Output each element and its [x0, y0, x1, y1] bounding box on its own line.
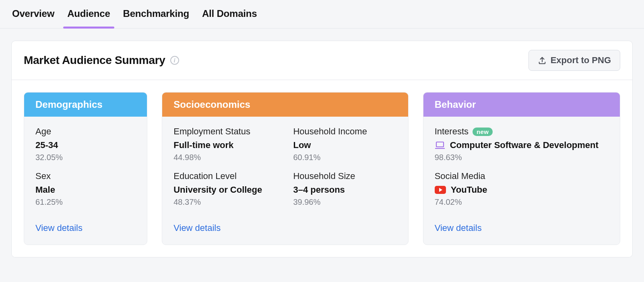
market-audience-summary-panel: Market Audience Summary i Export to PNG …: [11, 41, 633, 257]
stat-education-pct: 48.37%: [173, 198, 277, 207]
view-details-demographics[interactable]: View details: [35, 223, 83, 233]
stat-interests: Interests new Computer Software & Develo…: [435, 126, 609, 162]
socioeconomics-card: Socioeconomics Employment Status Full-ti…: [162, 92, 408, 245]
info-icon[interactable]: i: [170, 56, 179, 65]
stat-age-label: Age: [35, 126, 136, 137]
socioeconomics-header: Socioeconomics: [162, 93, 408, 117]
tab-all-domains[interactable]: All Domains: [201, 0, 258, 28]
stat-employment-value: Full-time work: [173, 140, 277, 150]
view-details-socioeconomics[interactable]: View details: [173, 223, 221, 233]
behavior-card: Behavior Interests new: [423, 92, 620, 245]
new-badge: new: [473, 128, 493, 136]
demographics-card: Demographics Age 25-34 32.05% Sex Male 6…: [24, 92, 147, 245]
stat-social-media-pct: 74.02%: [435, 198, 609, 207]
stat-education-label: Education Level: [173, 171, 277, 181]
stat-household-size-value: 3–4 persons: [293, 185, 396, 195]
stat-employment-label: Employment Status: [173, 126, 277, 137]
page-title: Market Audience Summary: [24, 54, 165, 67]
stat-sex-label: Sex: [35, 171, 136, 181]
stat-age-pct: 32.05%: [35, 153, 136, 162]
stat-income: Household Income Low 60.91%: [293, 126, 396, 162]
stat-household-size-label: Household Size: [293, 171, 396, 181]
stat-social-media: Social Media YouTube 74.02%: [435, 171, 609, 207]
tab-overview[interactable]: Overview: [11, 0, 55, 28]
stat-interests-value-text: Computer Software & Development: [450, 140, 599, 150]
laptop-icon: [435, 141, 445, 149]
stat-sex-pct: 61.25%: [35, 198, 136, 207]
view-details-behavior[interactable]: View details: [435, 223, 482, 233]
youtube-icon: [435, 186, 446, 194]
stat-employment: Employment Status Full-time work 44.98%: [173, 126, 277, 162]
tab-benchmarking[interactable]: Benchmarking: [122, 0, 190, 28]
export-to-png-button[interactable]: Export to PNG: [528, 50, 620, 71]
stat-age-value: 25-34: [35, 140, 136, 150]
svg-rect-1: [436, 142, 444, 147]
stat-income-value: Low: [293, 140, 396, 150]
stat-age: Age 25-34 32.05%: [35, 126, 136, 162]
stat-interests-value: Computer Software & Development: [435, 140, 609, 150]
stat-income-label: Household Income: [293, 126, 396, 137]
stat-income-pct: 60.91%: [293, 153, 396, 162]
upload-icon: [538, 56, 547, 65]
stat-employment-pct: 44.98%: [173, 153, 277, 162]
stat-social-media-value-text: YouTube: [451, 185, 487, 195]
stat-household-size: Household Size 3–4 persons 39.96%: [293, 171, 396, 207]
stat-social-media-label: Social Media: [435, 171, 609, 181]
behavior-header: Behavior: [423, 93, 620, 117]
stat-social-media-value: YouTube: [435, 185, 609, 195]
tab-audience[interactable]: Audience: [66, 0, 111, 28]
stat-education-value: University or College: [173, 185, 277, 195]
stat-household-size-pct: 39.96%: [293, 198, 396, 207]
stat-sex-value: Male: [35, 185, 136, 195]
export-button-label: Export to PNG: [551, 55, 611, 66]
panel-header: Market Audience Summary i Export to PNG: [12, 41, 632, 80]
cards-row: Demographics Age 25-34 32.05% Sex Male 6…: [12, 80, 632, 257]
demographics-header: Demographics: [24, 93, 147, 117]
stat-education: Education Level University or College 48…: [173, 171, 277, 207]
stat-sex: Sex Male 61.25%: [35, 171, 136, 207]
stat-interests-pct: 98.63%: [435, 153, 609, 162]
tabs: Overview Audience Benchmarking All Domai…: [0, 0, 644, 29]
stat-interests-label-text: Interests: [435, 126, 469, 137]
stat-interests-label: Interests new: [435, 126, 609, 137]
